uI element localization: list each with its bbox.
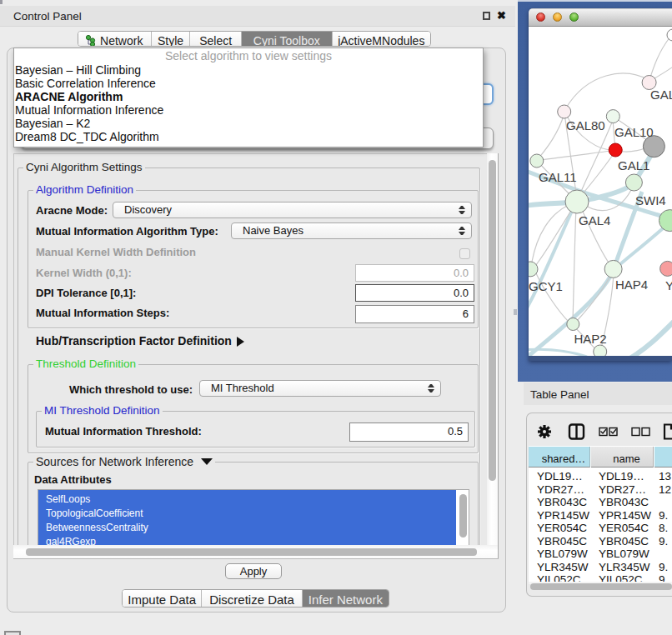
svg-text:GAL10: GAL10 xyxy=(614,125,654,139)
svg-text:GCY1: GCY1 xyxy=(529,279,563,293)
svg-text:GAL11: GAL11 xyxy=(539,170,577,184)
svg-text:HAP2: HAP2 xyxy=(574,332,607,346)
svg-text:SWI4: SWI4 xyxy=(635,193,666,208)
svg-text:Y: Y xyxy=(665,278,672,292)
svg-text:GAL4: GAL4 xyxy=(579,213,610,228)
svg-text:GAL: GAL xyxy=(650,88,672,102)
svg-text:GAL1: GAL1 xyxy=(618,158,649,172)
svg-text:GAL80: GAL80 xyxy=(566,118,605,132)
svg-text:HAP4: HAP4 xyxy=(615,278,648,292)
